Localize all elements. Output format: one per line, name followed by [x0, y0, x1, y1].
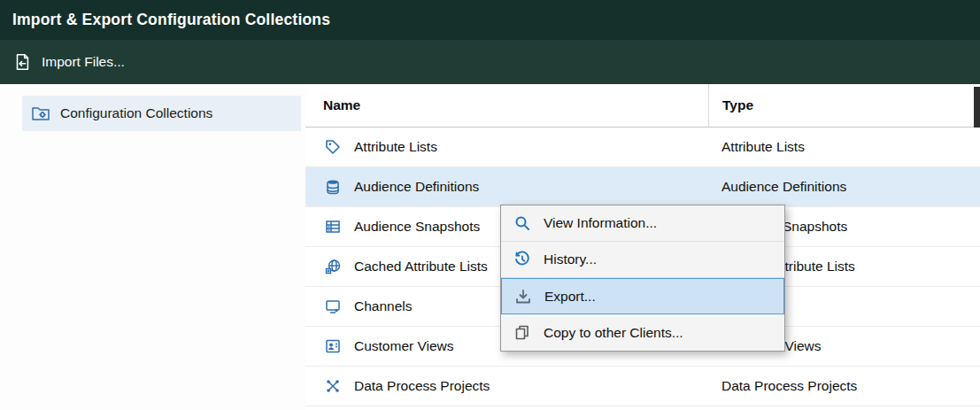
folder-gear-icon: [31, 104, 50, 122]
vertical-scrollbar[interactable]: [974, 87, 980, 128]
row-name: Customer Views: [354, 338, 454, 354]
menu-item-label: History...: [544, 251, 597, 267]
menu-item-export[interactable]: Export...: [501, 278, 784, 314]
table-row[interactable]: Attribute Lists Attribute Lists: [305, 128, 980, 167]
row-name: Channels: [354, 298, 413, 314]
cached-attribute-lists-icon: [323, 258, 343, 275]
menu-item-label: View Information...: [544, 215, 657, 231]
audience-definitions-icon: [323, 178, 343, 196]
import-files-button[interactable]: Import Files...: [0, 40, 137, 84]
table-row[interactable]: Audience Definitions Audience Definition…: [305, 167, 980, 207]
sidebar-item-configuration-collections[interactable]: Configuration Collections: [22, 96, 301, 131]
row-type: Data Process Projects: [708, 378, 980, 394]
channels-icon: [323, 298, 343, 315]
import-file-icon: [12, 50, 32, 73]
row-type: Audience Definitions: [708, 179, 980, 195]
data-process-projects-icon: [323, 377, 343, 395]
customer-views-icon: [323, 337, 343, 355]
sidebar-item-label: Configuration Collections: [60, 105, 212, 121]
menu-item-history[interactable]: History...: [501, 242, 784, 278]
menu-item-label: Copy to other Clients...: [544, 325, 683, 341]
row-name: Data Process Projects: [354, 378, 490, 394]
row-name: Audience Snapshots: [354, 219, 480, 235]
page-title: Import & Export Configuration Collection…: [12, 11, 330, 29]
row-name: Attribute Lists: [354, 139, 437, 155]
history-icon: [501, 250, 544, 269]
attribute-lists-icon: [323, 138, 343, 156]
context-menu: View Information... History... Export...: [500, 205, 785, 352]
sidebar: Configuration Collections: [0, 84, 305, 410]
column-header-type[interactable]: Type: [708, 84, 980, 127]
window-titlebar: Import & Export Configuration Collection…: [0, 0, 980, 40]
search-icon: [501, 213, 544, 233]
column-header-name[interactable]: Name: [305, 84, 708, 127]
menu-item-label: Export...: [544, 289, 596, 305]
row-name: Cached Attribute Lists: [354, 259, 488, 275]
menu-item-view-information[interactable]: View Information...: [501, 205, 784, 242]
row-name: Audience Definitions: [354, 179, 479, 195]
menu-item-copy-to-other-clients[interactable]: Copy to other Clients...: [501, 314, 784, 351]
table-row[interactable]: Data Process Projects Data Process Proje…: [305, 367, 980, 406]
import-files-label: Import Files...: [42, 54, 125, 70]
row-type: Attribute Lists: [708, 139, 980, 155]
toolbar: Import Files...: [0, 40, 980, 84]
export-icon: [502, 287, 544, 306]
copy-icon: [501, 323, 544, 343]
table-header: Name Type: [305, 84, 980, 128]
audience-snapshots-icon: [323, 218, 343, 236]
